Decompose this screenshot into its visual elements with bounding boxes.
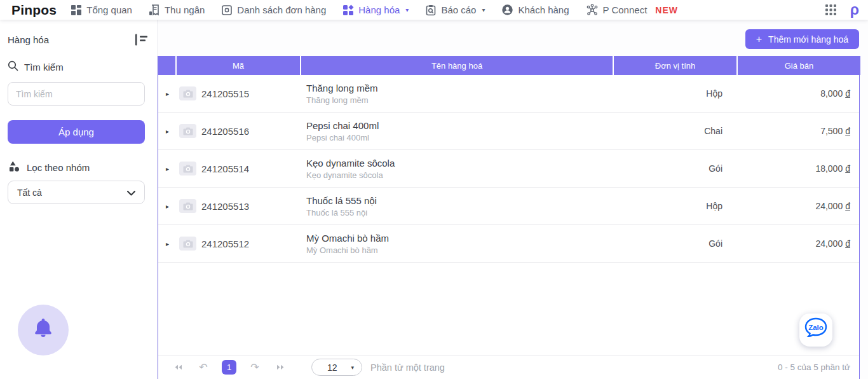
product-name: Thuốc lá 555 nội (306, 195, 377, 206)
nav-item-label: Báo cáo (441, 4, 476, 15)
next-page-icon[interactable]: ↷ (248, 362, 262, 373)
previous-page-icon[interactable]: ↶ (196, 362, 210, 373)
profile-brand-icon[interactable]: ρ (850, 3, 859, 17)
group-select[interactable]: Tất cả (8, 181, 145, 204)
sidebar: Hàng hóa Tìm kiếm Áp dụng Lọc theo nhóm … (0, 20, 158, 379)
product-price: 7,500 (820, 126, 843, 136)
nav-item-label: Hàng hóa (358, 4, 400, 15)
product-subname: Thăng long mềm (306, 95, 369, 105)
product-name: Pepsi chai 400ml (306, 120, 379, 131)
page-number-button[interactable]: 1 (222, 360, 236, 375)
camera-placeholder-icon (179, 237, 196, 251)
header-code: Mã (177, 56, 301, 75)
currency-symbol: đ (845, 201, 850, 211)
table-row[interactable]: ▸ 241205514 Kẹo dynamite sôcolaKẹo dynam… (158, 150, 859, 188)
product-price: 8,000 (820, 88, 843, 99)
nav-item-khach-hang[interactable]: Khách hàng (501, 4, 569, 16)
nav-item-hang-hoa[interactable]: Hàng hóa ▾ (342, 4, 409, 16)
currency-symbol: đ (845, 88, 850, 99)
product-unit: Gói (614, 225, 738, 262)
product-code: 241205512 (201, 238, 249, 249)
nav-item-label: P Connect (603, 4, 648, 15)
nav-item-label: Thu ngân (165, 4, 205, 15)
collapse-sidebar-icon[interactable] (133, 33, 149, 46)
currency-symbol: đ (845, 126, 850, 136)
search-icon (8, 60, 18, 73)
shapes-filter-icon (9, 161, 21, 174)
product-name: Mỳ Omachi bò hầm (306, 233, 389, 244)
product-subname: Thuốc lá 555 nội (306, 208, 367, 217)
nav-item-bao-cao[interactable]: Báo cáo ▾ (425, 4, 485, 16)
page-size-label: Phần tử một trang (370, 362, 445, 373)
table-empty-area (158, 263, 859, 355)
nav-right-group: ρ (825, 3, 859, 17)
table-row[interactable]: ▸ 241205512 Mỳ Omachi bò hầmMỳ Omachi bò… (158, 225, 859, 263)
dashboard-icon (71, 4, 82, 16)
sidebar-title: Hàng hóa (8, 34, 49, 45)
connect-network-icon (586, 4, 599, 16)
product-price: 24,000 (815, 238, 843, 249)
top-nav: Pinpos Tổng quan Thu ngân Danh sách đơn … (0, 0, 868, 20)
expand-row-icon[interactable]: ▸ (166, 90, 169, 97)
chevron-down-icon (127, 187, 135, 198)
camera-placeholder-icon (179, 162, 196, 176)
currency-symbol: đ (845, 163, 850, 174)
page-size-value: 12 (327, 362, 337, 373)
header-price: Giá bán (738, 56, 860, 75)
zalo-chat-button[interactable]: Zalo (799, 314, 832, 347)
search-section-label: Tìm kiếm (24, 62, 64, 72)
nav-item-label: Danh sách đơn hàng (237, 4, 326, 15)
new-badge: NEW (655, 5, 678, 15)
product-price: 18,000 (815, 163, 843, 174)
range-label: 0 - 5 của 5 phần tử (778, 362, 850, 372)
table-row[interactable]: ▸ 241205516 Pepsi chai 400mlPepsi chai 4… (158, 113, 859, 150)
product-name: Thăng long mềm (306, 83, 378, 93)
add-product-label: Thêm mới hàng hoá (768, 34, 848, 45)
chevron-down-icon: ▾ (405, 7, 409, 13)
order-list-icon (221, 4, 233, 16)
product-subname: Kẹo dynamite sôcola (306, 170, 383, 180)
apps-grid-icon[interactable] (825, 4, 836, 15)
last-page-icon[interactable] (273, 364, 287, 370)
zalo-icon: Zalo (801, 314, 831, 346)
nav-item-thu-ngan[interactable]: Thu ngân (149, 4, 205, 16)
chevron-down-icon: ▾ (482, 7, 485, 13)
product-code: 241205513 (201, 201, 249, 212)
nav-item-p-connect[interactable]: P Connect NEW (586, 4, 678, 16)
header-name: Tên hàng hoá (301, 56, 614, 75)
expand-row-icon[interactable]: ▸ (166, 128, 169, 135)
nav-item-danh-sach-don-hang[interactable]: Danh sách đơn hàng (221, 4, 326, 16)
product-subname: Pepsi chai 400ml (306, 133, 369, 142)
products-icon (342, 4, 354, 16)
apply-filter-button[interactable]: Áp dụng (8, 120, 145, 144)
nav-item-label: Tổng quan (86, 4, 132, 15)
cashier-receipt-icon (149, 4, 160, 16)
product-code: 241205514 (201, 163, 249, 174)
table-row[interactable]: ▸ 241205513 Thuốc lá 555 nộiThuốc lá 555… (158, 188, 859, 225)
group-filter-label: Lọc theo nhóm (27, 162, 90, 173)
notification-bell-button[interactable] (18, 305, 69, 355)
main-content: + Thêm mới hàng hoá Mã Tên hàng hoá Đơn … (158, 20, 868, 379)
expand-row-icon[interactable]: ▸ (166, 165, 169, 172)
app-logo[interactable]: Pinpos (11, 3, 57, 18)
product-unit: Chai (614, 113, 738, 149)
table-header-row: Mã Tên hàng hoá Đơn vị tính Giá bán (158, 56, 859, 75)
product-code: 241205515 (201, 88, 249, 99)
header-unit: Đơn vị tính (614, 56, 738, 75)
page-size-select[interactable]: 12 ▾ (311, 359, 362, 376)
nav-item-tong-quan[interactable]: Tổng quan (71, 4, 132, 16)
product-unit: Gói (614, 150, 738, 187)
expand-row-icon[interactable]: ▸ (166, 240, 169, 247)
svg-text:Zalo: Zalo (808, 324, 824, 331)
product-unit: Hộp (614, 75, 738, 112)
table-row[interactable]: ▸ 241205515 Thăng long mềmThăng long mềm… (158, 75, 859, 113)
nav-item-label: Khách hàng (518, 4, 569, 15)
chevron-down-icon: ▾ (351, 364, 354, 371)
search-input[interactable] (8, 82, 145, 106)
camera-placeholder-icon (179, 124, 196, 138)
table-footer: ↶ 1 ↷ 12 ▾ Phần tử một trang 0 - 5 của 5… (158, 355, 859, 379)
products-table: Mã Tên hàng hoá Đơn vị tính Giá bán ▸ 24… (158, 56, 860, 379)
add-product-button[interactable]: + Thêm mới hàng hoá (745, 29, 859, 49)
expand-row-icon[interactable]: ▸ (166, 203, 169, 210)
first-page-icon[interactable] (171, 364, 185, 370)
